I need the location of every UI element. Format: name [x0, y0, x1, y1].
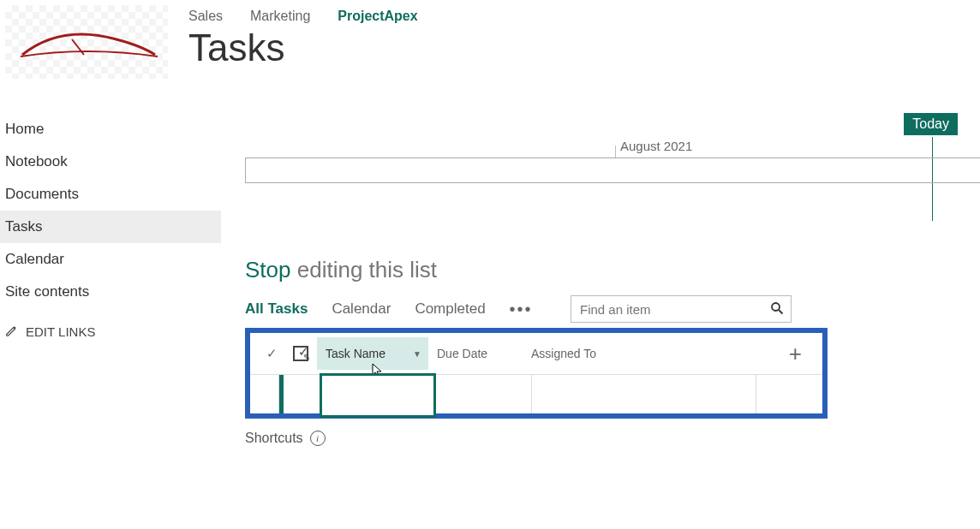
timeline: Today August 2021 [245, 113, 980, 199]
view-tab-calendar[interactable]: Calendar [332, 300, 391, 318]
side-nav: Home Notebook Documents Tasks Calendar S… [0, 113, 221, 446]
top-nav-sales[interactable]: Sales [188, 9, 223, 24]
row-select-cell[interactable] [284, 375, 321, 413]
row-complete-cell[interactable] [250, 375, 279, 413]
column-complete-icon[interactable]: ✓ [259, 346, 284, 361]
chevron-down-icon[interactable]: ▼ [413, 349, 421, 359]
column-header-task-name-label: Task Name [326, 347, 385, 360]
editing-rest-label: editing this list [291, 257, 438, 282]
row-task-name-cell[interactable] [320, 373, 436, 418]
page-title: Tasks [188, 27, 980, 68]
sidenav-documents[interactable]: Documents [0, 178, 221, 211]
grid-new-row [250, 374, 822, 413]
stop-editing-link[interactable]: Stop [245, 257, 291, 282]
car-logo-icon [14, 21, 159, 63]
sidenav-notebook[interactable]: Notebook [0, 146, 221, 178]
search-icon[interactable] [770, 301, 784, 318]
site-logo[interactable] [5, 5, 168, 79]
top-nav-projectapex[interactable]: ProjectApex [338, 9, 417, 24]
task-grid-highlight: ✓ ✎ Task Name ▼ Due Date Assigned To + [245, 328, 828, 419]
top-nav: Sales Marketing ProjectApex [188, 5, 980, 24]
sidenav-sitecontents[interactable]: Site contents [0, 276, 221, 308]
row-assigned-to-cell[interactable] [532, 375, 756, 413]
edit-links[interactable]: EDIT LINKS [0, 309, 221, 339]
row-trailing-cell [756, 375, 822, 413]
edit-mode-header: Stop editing this list [245, 257, 980, 283]
column-header-due-date[interactable]: Due Date [428, 347, 523, 360]
timeline-month-label: August 2021 [620, 139, 692, 153]
search-box[interactable] [571, 295, 792, 323]
sidenav-tasks[interactable]: Tasks [0, 211, 221, 243]
column-header-assigned-to[interactable]: Assigned To [523, 347, 694, 360]
info-icon[interactable]: i [310, 431, 326, 446]
timeline-month-tick [615, 146, 616, 158]
shortcuts-row[interactable]: Shortcuts i [245, 431, 980, 446]
column-select-all[interactable]: ✎ [284, 346, 317, 361]
timeline-bar[interactable] [245, 158, 980, 183]
top-nav-marketing[interactable]: Marketing [250, 9, 310, 24]
grid-header-row: ✓ ✎ Task Name ▼ Due Date Assigned To + [250, 333, 822, 374]
row-due-date-cell[interactable] [436, 375, 532, 413]
svg-line-1 [779, 310, 783, 314]
shortcuts-label: Shortcuts [245, 431, 303, 446]
add-column-button[interactable]: + [789, 341, 802, 367]
today-badge: Today [904, 113, 958, 135]
view-tab-all-tasks[interactable]: All Tasks [245, 300, 308, 318]
column-header-task-name[interactable]: Task Name ▼ [317, 337, 428, 370]
pencil-icon [5, 325, 17, 337]
sidenav-home[interactable]: Home [0, 113, 221, 146]
view-more-menu[interactable]: ••• [510, 300, 533, 318]
search-input[interactable] [578, 301, 770, 318]
view-tab-completed[interactable]: Completed [415, 300, 485, 318]
svg-point-0 [772, 303, 780, 311]
sidenav-calendar[interactable]: Calendar [0, 243, 221, 276]
edit-links-label: EDIT LINKS [26, 324, 95, 339]
select-all-checkbox-icon: ✎ [293, 346, 308, 361]
